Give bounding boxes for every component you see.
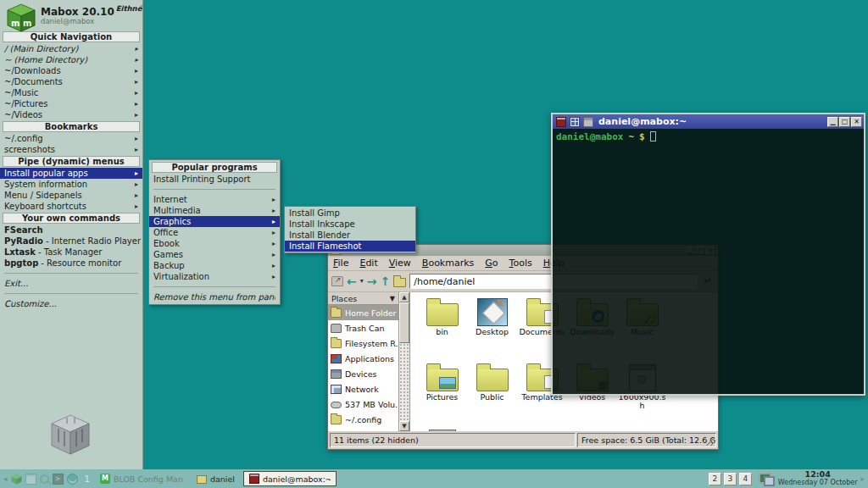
up-icon[interactable]: ↑ bbox=[380, 275, 390, 287]
pictures-folder-icon bbox=[426, 369, 459, 391]
close-button[interactable]: ✕ bbox=[851, 117, 862, 127]
display-settings-icon[interactable] bbox=[25, 474, 36, 485]
submenu-arrow-icon: ▸ bbox=[135, 111, 138, 119]
menu-item-remove-from-panel[interactable]: Remove this menu from panel bbox=[149, 291, 280, 302]
task-blob-config[interactable]: M BLOB Config Man... bbox=[95, 471, 188, 486]
terminal-app-icon[interactable] bbox=[556, 117, 566, 127]
desktop[interactable]: daniel ▁ □ ✕ File Edit View Bookmarks Go… bbox=[0, 0, 868, 488]
file-desktop[interactable]: Desktop bbox=[467, 296, 517, 361]
terminal-titlebar[interactable]: daniel@mabox:~ ▁ □ ✕ bbox=[553, 114, 864, 129]
file-script-1920x1080[interactable]: 1920x1080.sh bbox=[417, 426, 467, 431]
menu-item-office[interactable]: Office▸ bbox=[149, 227, 280, 238]
clock[interactable]: 12:04 Wednesday 07 October bbox=[778, 470, 858, 487]
menu-item-music[interactable]: ~/Music▸ bbox=[0, 87, 142, 98]
menu-item-config[interactable]: ~/.config▸ bbox=[0, 133, 142, 144]
menu-item-install-gimp[interactable]: Install Gimp bbox=[285, 208, 415, 219]
submenu-arrow-icon: ▸ bbox=[272, 251, 275, 258]
file-bin[interactable]: bin bbox=[417, 296, 467, 361]
panel-left-chevron-icon[interactable]: ◂ bbox=[2, 474, 9, 483]
forward-icon[interactable]: → bbox=[367, 275, 377, 287]
chevron-down-icon: ▼ bbox=[390, 295, 395, 302]
menu-item-exit[interactable]: Exit... bbox=[0, 278, 142, 289]
place-home-folder[interactable]: Home Folder bbox=[328, 305, 398, 320]
place-config[interactable]: ~/.config bbox=[328, 412, 398, 427]
menu-item-customize[interactable]: Customize... bbox=[0, 298, 142, 309]
place-devices[interactable]: Devices bbox=[328, 366, 398, 381]
menu-item-system-information[interactable]: System information▸ bbox=[0, 179, 142, 190]
new-tab-icon[interactable] bbox=[331, 276, 343, 286]
resize-grip[interactable] bbox=[706, 437, 715, 446]
menu-item-graphics[interactable]: Graphics▸ bbox=[149, 216, 280, 227]
terminal-content[interactable]: daniel@mabox~$ bbox=[553, 129, 864, 394]
task-terminal[interactable]: daniel@mabox:~ bbox=[243, 471, 337, 486]
menu-file[interactable]: File bbox=[333, 258, 348, 269]
menu-item-home-directory[interactable]: ~ (Home Directory)▸ bbox=[0, 54, 142, 65]
back-history-chevron-icon[interactable]: ▾ bbox=[360, 275, 364, 287]
places-header[interactable]: Places ▼ bbox=[328, 292, 398, 305]
search-icon[interactable] bbox=[40, 474, 49, 484]
menu-view[interactable]: View bbox=[389, 258, 411, 269]
place-trash-can[interactable]: Trash Can bbox=[328, 320, 398, 336]
workspace-3-button[interactable]: 3 bbox=[724, 473, 737, 485]
browser-icon[interactable] bbox=[67, 474, 78, 485]
status-bar: 11 items (22 hidden) Free space: 6.5 GiB… bbox=[328, 431, 718, 449]
sidebar-scrollbar[interactable]: ▲ ▼ bbox=[399, 292, 410, 431]
open-folder-icon[interactable] bbox=[393, 278, 406, 287]
mabox-menu-icon[interactable] bbox=[11, 474, 22, 485]
menu-item-main-directory[interactable]: / (Main Directory)▸ bbox=[0, 43, 142, 54]
menu-item-screenshots[interactable]: screenshots▸ bbox=[0, 144, 142, 155]
menu-item-virtualization[interactable]: Virtualization▸ bbox=[149, 271, 280, 282]
place-applications[interactable]: Applications bbox=[328, 351, 398, 366]
menu-item-ebook[interactable]: Ebook▸ bbox=[149, 238, 280, 249]
back-icon[interactable]: ← bbox=[347, 275, 357, 287]
scroll-down-icon[interactable]: ▼ bbox=[399, 421, 409, 431]
panel-right-chevron-icon[interactable]: ▸ bbox=[859, 474, 866, 483]
place-filesystem-root[interactable]: Filesystem R... bbox=[328, 336, 398, 351]
menu-item-videos[interactable]: ~/Videos▸ bbox=[0, 109, 142, 120]
console-launcher-icon[interactable] bbox=[53, 474, 64, 485]
menu-item-downloads[interactable]: ~/Downloads▸ bbox=[0, 65, 142, 76]
menu-item-install-popular-apps[interactable]: Install popular apps▸ bbox=[0, 168, 142, 179]
menu-item-menu-sidepanels[interactable]: Menu / Sidepanels▸ bbox=[0, 190, 142, 201]
submenu-arrow-icon: ▸ bbox=[272, 229, 275, 236]
workspace-1-button[interactable]: 1 bbox=[85, 474, 90, 484]
menu-tools[interactable]: Tools bbox=[509, 258, 532, 269]
menu-item-bpgtop[interactable]: bpgtop- Resource monitor bbox=[0, 258, 142, 269]
workspace-4-button[interactable]: 4 bbox=[739, 473, 752, 485]
scroll-up-icon[interactable]: ▲ bbox=[399, 292, 409, 302]
separator bbox=[4, 273, 138, 274]
menu-go[interactable]: Go bbox=[485, 258, 498, 269]
all-desktops-icon[interactable] bbox=[570, 117, 580, 127]
file-public[interactable]: Public bbox=[467, 361, 517, 426]
menu-item-keyboard-shortcuts[interactable]: Keyboard shortcuts▸ bbox=[0, 201, 142, 212]
scrollbar-thumb[interactable] bbox=[399, 302, 409, 343]
menu-item-install-inkscape[interactable]: Install Inkscape bbox=[285, 219, 415, 230]
place-network[interactable]: Network bbox=[328, 381, 398, 396]
minimize-button[interactable]: ▁ bbox=[827, 117, 838, 127]
menu-item-multimedia[interactable]: Multimedia▸ bbox=[149, 205, 280, 216]
file-pictures[interactable]: Pictures bbox=[417, 361, 467, 426]
menu-item-games[interactable]: Games▸ bbox=[149, 249, 280, 260]
menu-item-documents[interactable]: ~/Documents▸ bbox=[0, 76, 142, 87]
menu-item-internet[interactable]: Internet▸ bbox=[149, 194, 280, 205]
menu-item-install-flameshot[interactable]: Install Flameshot bbox=[285, 241, 415, 252]
menu-item-install-printing-support[interactable]: Install Printing Support bbox=[149, 174, 280, 185]
desktop-folder-icon bbox=[477, 298, 508, 326]
maximize-button[interactable]: □ bbox=[839, 117, 850, 127]
menu-item-pyradio[interactable]: PyRadio- Internet Radio Player bbox=[0, 236, 142, 247]
menu-item-pictures[interactable]: ~/Pictures▸ bbox=[0, 98, 142, 109]
terminal-title: daniel@mabox:~ bbox=[598, 116, 826, 127]
workspace-2-button[interactable]: 2 bbox=[709, 473, 721, 485]
menu-item-install-blender[interactable]: Install Blender bbox=[285, 230, 415, 241]
terminal-window: daniel@mabox:~ ▁ □ ✕ daniel@mabox~$ bbox=[551, 113, 865, 396]
menu-edit[interactable]: Edit bbox=[359, 258, 377, 269]
network-tray-icon[interactable] bbox=[759, 473, 772, 485]
menu-item-backup[interactable]: Backup▸ bbox=[149, 260, 280, 271]
menu-item-fsearch[interactable]: FSearch bbox=[0, 225, 142, 236]
place-volume[interactable]: 537 MB Volu... bbox=[328, 396, 398, 412]
menu-bookmarks[interactable]: Bookmarks bbox=[422, 258, 474, 269]
menu-user: daniel@mabox bbox=[41, 17, 94, 25]
shade-icon[interactable] bbox=[583, 117, 593, 127]
menu-item-lxtask[interactable]: Lxtask- Task Manager bbox=[0, 247, 142, 258]
task-file-manager[interactable]: daniel bbox=[192, 471, 240, 486]
